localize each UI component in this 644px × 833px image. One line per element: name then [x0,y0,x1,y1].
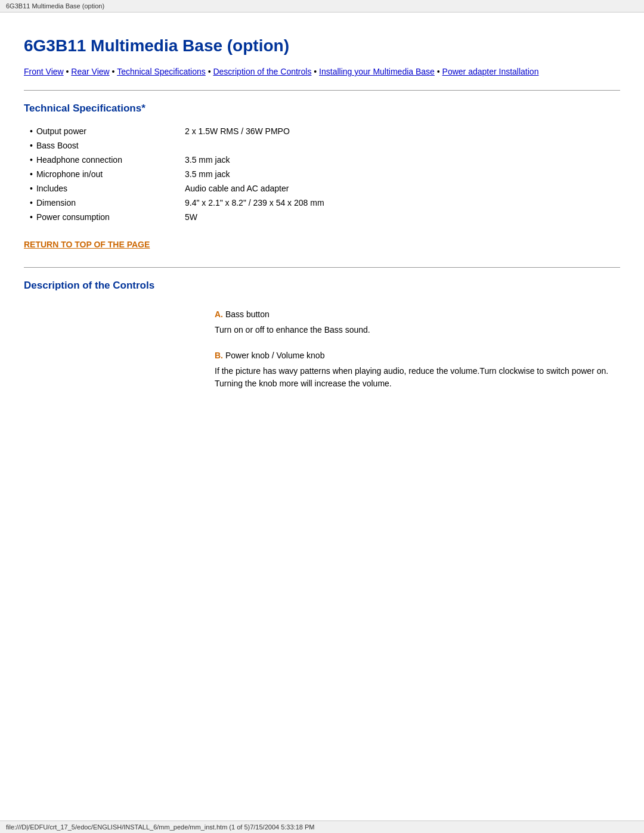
divider-1 [24,90,620,91]
controls-content: A. Bass button Turn on or off to enhance… [24,309,620,488]
spec-row-includes: •Includes Audio cable and AC adapter [30,184,620,193]
nav-separator: • [314,67,319,76]
return-to-top-link[interactable]: RETURN TO TOP OF THE PAGE [24,240,150,249]
spec-value-dimension: 9.4" x 2.1" x 8.2" / 239 x 54 x 208 mm [185,198,324,208]
nav-link-rear-view[interactable]: Rear View [71,67,109,76]
browser-tab-bar: 6G3B11 Multimedia Base (option) [0,0,644,13]
controls-section: Description of the Controls A. Bass butt… [24,280,620,488]
nav-links: Front View • Rear View • Technical Speci… [24,65,620,78]
spec-value-output-power: 2 x 1.5W RMS / 36W PMPO [185,126,290,136]
spec-row-dimension: •Dimension 9.4" x 2.1" x 8.2" / 239 x 54… [30,198,620,208]
spec-label-power-consumption: •Power consumption [30,212,185,222]
control-desc-b: If the picture has wavy patterns when pl… [215,365,620,390]
nav-link-controls[interactable]: Description of the Controls [213,67,311,76]
spec-row-output-power: •Output power 2 x 1.5W RMS / 36W PMPO [30,126,620,136]
spec-value-power-consumption: 5W [185,212,197,222]
spec-row-microphone: •Microphone in/out 3.5 mm jack [30,169,620,179]
spec-label-output-power: •Output power [30,126,185,136]
tech-specs-title: Technical Specifications* [24,103,620,114]
spec-row-headphone: •Headphone connection 3.5 mm jack [30,155,620,165]
spec-value-includes: Audio cable and AC adapter [185,184,289,193]
nav-link-power[interactable]: Power adapter Installation [442,67,539,76]
nav-link-install[interactable]: Installing your Multimedia Base [319,67,435,76]
nav-link-front-view[interactable]: Front View [24,67,64,76]
control-desc-a: Turn on or off to enhance the Bass sound… [215,324,620,336]
control-item-b: B. Power knob / Volume knob If the pictu… [215,351,620,390]
control-name-b: Power knob / Volume knob [225,351,325,360]
controls-image-area [24,309,203,488]
footer-path: file:///D|/EDFU/crt_17_5/edoc/ENGLISH/IN… [6,823,314,831]
nav-link-tech-specs[interactable]: Technical Specifications [117,67,206,76]
spec-label-includes: •Includes [30,184,185,193]
control-name-a: Bass button [225,309,270,319]
nav-separator: • [437,67,442,76]
controls-text-area: A. Bass button Turn on or off to enhance… [203,309,620,488]
tech-specs-section: Technical Specifications* •Output power … [24,103,620,255]
specs-table: •Output power 2 x 1.5W RMS / 36W PMPO •B… [30,126,620,222]
spec-row-bass-boost: •Bass Boost [30,141,620,150]
controls-title: Description of the Controls [24,280,620,292]
spec-value-microphone: 3.5 mm jack [185,169,230,179]
control-letter-a: A. [215,309,223,319]
spec-label-headphone: •Headphone connection [30,155,185,165]
divider-2 [24,267,620,268]
control-letter-b: B. [215,351,223,360]
control-label-a: A. Bass button [215,309,620,319]
footer-bar: file:///D|/EDFU/crt_17_5/edoc/ENGLISH/IN… [0,820,644,833]
spec-row-power-consumption: •Power consumption 5W [30,212,620,222]
page-title: 6G3B11 Multimedia Base (option) [24,36,620,55]
control-label-b: B. Power knob / Volume knob [215,351,620,360]
main-content: 6G3B11 Multimedia Base (option) Front Vi… [0,13,644,524]
spec-label-microphone: •Microphone in/out [30,169,185,179]
spec-label-dimension: •Dimension [30,198,185,208]
control-item-a: A. Bass button Turn on or off to enhance… [215,309,620,336]
nav-separator: • [112,67,117,76]
spec-value-headphone: 3.5 mm jack [185,155,230,165]
spec-label-bass-boost: •Bass Boost [30,141,185,150]
tab-title: 6G3B11 Multimedia Base (option) [6,2,104,10]
